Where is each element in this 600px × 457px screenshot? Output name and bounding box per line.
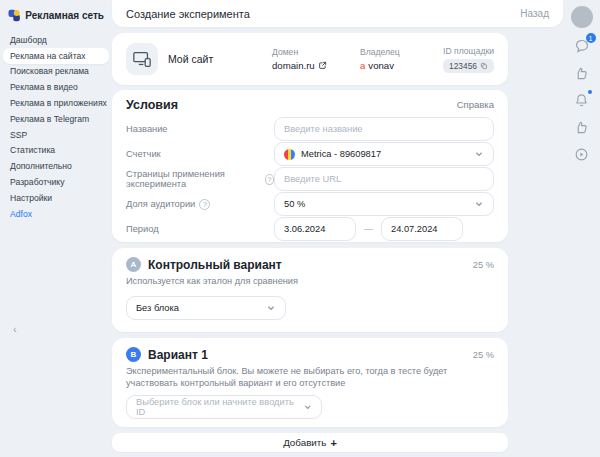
chat-badge: 1 [586, 33, 596, 43]
site-summary-card: Мой сайт Домен domain.ru Владелец avonav [112, 33, 508, 85]
counter-field-label: Счетчик [126, 149, 274, 159]
external-link-icon[interactable] [318, 61, 327, 70]
variant-1-share: 25 % [473, 350, 494, 360]
conditions-card: Условия Справка Название Счетчик Metrica… [112, 90, 508, 242]
owner-label: Владелец [360, 47, 440, 57]
plus-icon: + [330, 437, 336, 449]
site-id-label: ID площадки [443, 46, 494, 56]
add-variant-button[interactable]: Добавить + [112, 433, 508, 452]
audience-help-icon[interactable]: ? [199, 199, 210, 210]
sidebar-item-dashboard[interactable]: Дашборд [3, 32, 109, 48]
domain-value[interactable]: domain.ru [272, 60, 315, 71]
chevron-down-icon [474, 149, 484, 159]
chevron-down-icon [266, 303, 276, 313]
sidebar-item-adfox[interactable]: Adfox [3, 206, 109, 222]
period-end-input[interactable] [381, 217, 463, 241]
control-variant-subtitle: Используется как эталон для сравнения [126, 275, 494, 287]
field-row-audience: Доля аудитории ? 50 % [126, 192, 494, 216]
audience-field-label: Доля аудитории [126, 199, 195, 209]
period-separator: — [364, 224, 373, 234]
name-field-label: Название [126, 124, 274, 134]
sidebar-item-settings[interactable]: Настройки [3, 190, 109, 206]
page-title: Создание эксперимента [126, 8, 250, 20]
pages-field-label: Страницы применения эксперимента [126, 169, 261, 189]
variant-1-description: Экспериментальный блок. Вы можете не выб… [126, 365, 494, 389]
variant-a-badge: A [126, 257, 141, 272]
period-start-input[interactable] [274, 217, 356, 241]
audience-share-value: 50 % [284, 199, 305, 209]
site-id-badge[interactable]: 123456 [443, 59, 494, 73]
sidebar-item-site-ads[interactable]: Реклама на сайтах [3, 48, 109, 64]
yandex-ad-network-logo-icon [8, 9, 20, 22]
content-cards: Мой сайт Домен domain.ru Владелец avonav [112, 27, 508, 452]
field-row-pages: Страницы применения эксперимента ? [126, 167, 494, 191]
metrica-logo-icon [284, 149, 295, 160]
add-variant-label: Добавить [283, 437, 326, 448]
variant-1-card: B Вариант 1 25 % Экспериментальный блок.… [112, 338, 508, 427]
control-variant-share: 25 % [473, 260, 494, 270]
site-owner-block: Владелец avonav [360, 47, 440, 71]
control-variant-card: A Контрольный вариант 25 % Используется … [112, 248, 508, 332]
experiment-name-input[interactable] [274, 117, 494, 141]
variant-1-block-placeholder: Выберите блок или начните вводить ID [136, 397, 297, 417]
audience-share-select[interactable]: 50 % [274, 192, 494, 216]
pages-help-icon[interactable]: ? [265, 174, 274, 185]
play-circle-icon[interactable] [573, 145, 591, 163]
sidebar-item-telegram-ads[interactable]: Реклама в Telegram [3, 111, 109, 127]
conditions-title: Условия [126, 98, 178, 112]
page-header: Создание эксперимента Назад [112, 0, 563, 27]
help-link[interactable]: Справка [457, 99, 494, 110]
chat-icon[interactable]: 1 [573, 37, 591, 55]
sidebar-nav: Дашборд Реклама на сайтах Поисковая рекл… [0, 30, 112, 224]
sidebar: Рекламная сеть Дашборд Реклама на сайтах… [0, 0, 112, 457]
sidebar-item-extra[interactable]: Дополнительно [3, 158, 109, 174]
bell-icon[interactable] [573, 91, 591, 109]
site-domain-block: Домен domain.ru [272, 47, 360, 71]
owner-value-initial: a [360, 60, 365, 71]
sidebar-item-app-ads[interactable]: Реклама в приложениях [3, 95, 109, 111]
sidebar-item-ssp[interactable]: SSP [3, 127, 109, 143]
counter-select[interactable]: Metrica - 89609817 [274, 142, 494, 166]
sidebar-item-developer[interactable]: Разработчику [3, 174, 109, 190]
field-row-name: Название [126, 117, 494, 141]
bell-notification-dot [588, 90, 592, 94]
site-name: Мой сайт [168, 53, 272, 65]
app-logo[interactable]: Рекламная сеть [0, 0, 112, 30]
period-field-label: Период [126, 224, 274, 234]
owner-value: vonav [368, 60, 394, 71]
variant-b-badge: B [126, 347, 141, 362]
variant-1-block-select[interactable]: Выберите блок или начните вводить ID [126, 395, 322, 419]
site-devices-icon [126, 43, 158, 75]
counter-select-value: Metrica - 89609817 [301, 149, 381, 159]
pages-url-input[interactable] [274, 167, 494, 191]
site-id-value: 123456 [449, 61, 477, 71]
chevron-down-icon [303, 402, 312, 412]
domain-label: Домен [272, 47, 360, 57]
control-variant-block-select[interactable]: Без блока [126, 296, 286, 320]
sidebar-item-statistics[interactable]: Статистика [3, 143, 109, 159]
field-row-counter: Счетчик Metrica - 89609817 [126, 142, 494, 166]
copy-icon [480, 62, 488, 70]
app-logo-label: Рекламная сеть [25, 10, 104, 21]
sidebar-item-search-ads[interactable]: Поисковая реклама [3, 64, 109, 80]
field-row-period: Период — [126, 217, 494, 241]
right-rail: 1 [563, 0, 600, 457]
main-content: Создание эксперимента Назад Мой сайт Дом… [112, 0, 563, 452]
sidebar-item-video-ads[interactable]: Реклама в видео [3, 79, 109, 95]
user-avatar[interactable] [571, 6, 593, 28]
site-id-block: ID площадки 123456 [443, 46, 494, 73]
variant-1-title: Вариант 1 [148, 348, 208, 362]
control-variant-title: Контрольный вариант [148, 258, 282, 272]
back-button[interactable]: Назад [520, 8, 549, 19]
thumbs-up-icon[interactable] [573, 64, 591, 82]
chevron-down-icon [474, 199, 484, 209]
sidebar-collapse-button[interactable]: ‹ [13, 323, 17, 335]
thumbs-up-icon[interactable] [573, 118, 591, 136]
control-variant-block-value: Без блока [136, 303, 179, 313]
